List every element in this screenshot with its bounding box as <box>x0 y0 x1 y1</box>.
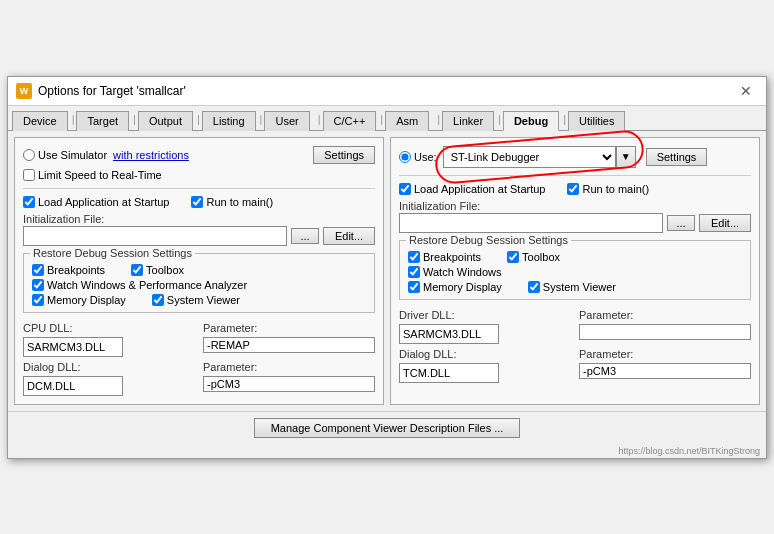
tab-linker[interactable]: Linker <box>442 111 494 131</box>
right-driver-param-input[interactable] <box>579 324 751 340</box>
tab-utilities[interactable]: Utilities <box>568 111 625 131</box>
right-system-viewer-label[interactable]: System Viewer <box>528 281 616 293</box>
watch-windows-checkbox[interactable] <box>32 279 44 291</box>
left-dialog-dll-col: Dialog DLL: <box>23 361 195 396</box>
init-file-input[interactable] <box>23 226 287 246</box>
right-driver-dll-input[interactable] <box>399 324 499 344</box>
init-file-edit-button[interactable]: Edit... <box>323 227 375 245</box>
tab-bar: Device | Target | Output | Listing | Use… <box>8 106 766 131</box>
left-panel: Use Simulator with restrictions Settings… <box>14 137 384 405</box>
toolbox-checkbox[interactable] <box>131 264 143 276</box>
right-run-to-main-text: Run to main() <box>582 183 649 195</box>
left-dialog-param-col: Parameter: <box>203 361 375 392</box>
debugger-dropdown-wrapper: ST-Link Debugger ULINK2/ME Cortex Debugg… <box>443 146 636 168</box>
memory-display-checkbox[interactable] <box>32 294 44 306</box>
right-watch-windows-checkbox[interactable] <box>408 266 420 278</box>
breakpoints-checkbox[interactable] <box>32 264 44 276</box>
init-file-input-row: ... Edit... <box>23 226 375 246</box>
dialog-title: Options for Target 'smallcar' <box>38 84 186 98</box>
tab-debug[interactable]: Debug <box>503 111 559 131</box>
right-dialog-param-col: Parameter: <box>579 348 751 379</box>
restore-group-content: Breakpoints Toolbox Watch Windows & Perf… <box>32 264 366 306</box>
tab-output[interactable]: Output <box>138 111 193 131</box>
right-settings-button[interactable]: Settings <box>646 148 708 166</box>
left-dialog-dll-label: Dialog DLL: <box>23 361 195 373</box>
manage-component-button[interactable]: Manage Component Viewer Description File… <box>254 418 521 438</box>
watermark: https://blog.csdn.net/BITKingStrong <box>8 444 766 458</box>
simulator-row: Use Simulator with restrictions Settings <box>23 146 375 164</box>
with-restrictions-link[interactable]: with restrictions <box>113 149 189 161</box>
right-toolbox-label[interactable]: Toolbox <box>507 251 560 263</box>
restore-group-box: Restore Debug Session Settings Breakpoin… <box>23 253 375 313</box>
right-breakpoints-label[interactable]: Breakpoints <box>408 251 481 263</box>
simulator-radio-label[interactable]: Use Simulator <box>23 149 107 161</box>
dropdown-arrow-icon[interactable]: ▼ <box>616 146 636 168</box>
right-load-app-text: Load Application at Startup <box>414 183 545 195</box>
tab-asm[interactable]: Asm <box>385 111 429 131</box>
title-bar-left: W Options for Target 'smallcar' <box>16 83 186 99</box>
system-viewer-checkbox[interactable] <box>152 294 164 306</box>
right-memory-display-checkbox[interactable] <box>408 281 420 293</box>
toolbox-label[interactable]: Toolbox <box>131 264 184 276</box>
tab-user[interactable]: User <box>264 111 309 131</box>
right-watch-windows-label[interactable]: Watch Windows <box>408 266 501 278</box>
right-restore-group-title: Restore Debug Session Settings <box>406 234 571 246</box>
right-dll-section: Driver DLL: Parameter: Dialog DLL: Param… <box>399 309 751 383</box>
use-radio-label[interactable]: Use: <box>399 151 437 163</box>
title-bar: W Options for Target 'smallcar' ✕ <box>8 77 766 106</box>
right-run-to-main-label[interactable]: Run to main() <box>567 183 649 195</box>
tab-device[interactable]: Device <box>12 111 68 131</box>
load-app-text: Load Application at Startup <box>38 196 169 208</box>
right-init-file-input[interactable] <box>399 213 663 233</box>
main-content: Use Simulator with restrictions Settings… <box>8 131 766 411</box>
load-app-checkbox[interactable] <box>23 196 35 208</box>
dropdown-container: ST-Link Debugger ULINK2/ME Cortex Debugg… <box>443 146 636 168</box>
tab-listing[interactable]: Listing <box>202 111 256 131</box>
run-to-main-label[interactable]: Run to main() <box>191 196 273 208</box>
right-dialog-dll-col: Dialog DLL: <box>399 348 571 383</box>
tab-target[interactable]: Target <box>76 111 129 131</box>
left-dll-section: CPU DLL: Parameter: Dialog DLL: Paramete… <box>23 322 375 396</box>
right-memory-display-label[interactable]: Memory Display <box>408 281 502 293</box>
use-row: Use: ST-Link Debugger ULINK2/ME Cortex D… <box>399 146 751 168</box>
left-cpu-dll-input[interactable] <box>23 337 123 357</box>
right-init-file-browse-button[interactable]: ... <box>667 215 695 231</box>
bottom-bar: Manage Component Viewer Description File… <box>8 411 766 444</box>
left-cpu-param-input[interactable] <box>203 337 375 353</box>
limit-speed-label[interactable]: Limit Speed to Real-Time <box>23 169 162 181</box>
right-driver-dll-row: Driver DLL: Parameter: <box>399 309 751 344</box>
right-load-app-row: Load Application at Startup Run to main(… <box>399 183 751 195</box>
load-app-label[interactable]: Load Application at Startup <box>23 196 169 208</box>
watch-windows-label[interactable]: Watch Windows & Performance Analyzer <box>32 279 247 291</box>
left-dialog-dll-input[interactable] <box>23 376 123 396</box>
left-cpu-dll-col: CPU DLL: <box>23 322 195 357</box>
right-load-app-checkbox[interactable] <box>399 183 411 195</box>
right-watch-windows-row: Watch Windows <box>408 266 742 278</box>
tab-cpp[interactable]: C/C++ <box>323 111 377 131</box>
memory-system-row: Memory Display System Viewer <box>32 294 366 306</box>
left-dialog-param-input[interactable] <box>203 376 375 392</box>
right-init-file-edit-button[interactable]: Edit... <box>699 214 751 232</box>
right-driver-dll-label: Driver DLL: <box>399 309 571 321</box>
memory-display-label[interactable]: Memory Display <box>32 294 126 306</box>
right-system-viewer-checkbox[interactable] <box>528 281 540 293</box>
right-run-to-main-checkbox[interactable] <box>567 183 579 195</box>
right-breakpoints-checkbox[interactable] <box>408 251 420 263</box>
right-dialog-dll-label: Dialog DLL: <box>399 348 571 360</box>
run-to-main-checkbox[interactable] <box>191 196 203 208</box>
close-button[interactable]: ✕ <box>734 81 758 101</box>
right-load-app-label[interactable]: Load Application at Startup <box>399 183 545 195</box>
left-cpu-param-label: Parameter: <box>203 322 375 334</box>
debugger-select[interactable]: ST-Link Debugger ULINK2/ME Cortex Debugg… <box>443 146 616 168</box>
system-viewer-label[interactable]: System Viewer <box>152 294 240 306</box>
right-init-file-section: Initialization File: ... Edit... <box>399 200 751 233</box>
breakpoints-label[interactable]: Breakpoints <box>32 264 105 276</box>
limit-speed-checkbox[interactable] <box>23 169 35 181</box>
init-file-browse-button[interactable]: ... <box>291 228 319 244</box>
right-toolbox-checkbox[interactable] <box>507 251 519 263</box>
right-dialog-dll-input[interactable] <box>399 363 499 383</box>
use-radio[interactable] <box>399 151 411 163</box>
left-settings-button[interactable]: Settings <box>313 146 375 164</box>
simulator-radio[interactable] <box>23 149 35 161</box>
right-dialog-param-input[interactable] <box>579 363 751 379</box>
